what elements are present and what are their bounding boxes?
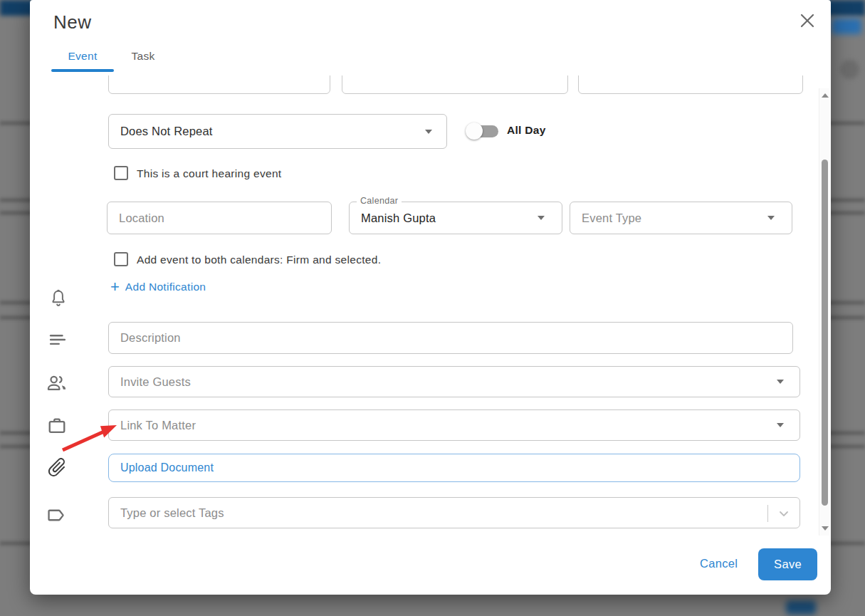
active-tab-indicator: [51, 69, 114, 72]
background-blur-element: [786, 600, 816, 615]
chevron-down-icon: [425, 130, 432, 134]
court-hearing-checkbox[interactable]: [114, 166, 128, 180]
dialog-scrollbar[interactable]: [819, 88, 829, 536]
chevron-down-icon: [777, 506, 791, 521]
scroll-up-arrow[interactable]: [822, 93, 829, 98]
close-icon: [800, 13, 815, 28]
event-type-select[interactable]: Event Type: [570, 202, 792, 234]
both-calendars-label: Add event to both calendars: Firm and se…: [137, 254, 381, 266]
chevron-down-icon: [777, 423, 784, 427]
save-button[interactable]: Save: [758, 548, 817, 580]
all-day-label: All Day: [507, 124, 546, 137]
tags-divider: [767, 505, 768, 522]
guests-people-icon: [46, 372, 68, 397]
dialog-scroll-content: Does Not Repeat All Day This is a court …: [30, 75, 819, 534]
upload-document-button[interactable]: Upload Document: [108, 454, 800, 482]
toggle-knob: [466, 122, 483, 140]
new-event-dialog: New Event Task Does Not Repeat All Day T…: [30, 0, 831, 595]
event-type-placeholder: Event Type: [582, 212, 641, 225]
add-notification-button[interactable]: + Add Notification: [110, 281, 206, 293]
background-blur-button: [832, 19, 861, 34]
clipped-field-1[interactable]: [108, 75, 330, 94]
upload-document-label: Upload Document: [120, 461, 214, 474]
cancel-button[interactable]: Cancel: [700, 557, 738, 570]
invite-guests-select[interactable]: Invite Guests: [108, 366, 800, 397]
add-notification-label: Add Notification: [125, 281, 206, 293]
invite-guests-placeholder: Invite Guests: [120, 375, 191, 389]
chevron-down-icon: [538, 216, 545, 220]
scroll-down-arrow[interactable]: [822, 526, 829, 531]
chevron-down-icon: [767, 216, 775, 220]
calendar-field-label: Calendar: [357, 196, 402, 206]
tags-input[interactable]: [120, 506, 788, 520]
dialog-title: New: [53, 11, 92, 33]
description-icon: [47, 330, 68, 353]
tab-task[interactable]: Task: [121, 50, 165, 63]
calendar-select-value: Manish Gupta: [361, 212, 436, 225]
location-field: [107, 202, 332, 234]
link-to-matter-select[interactable]: Link To Matter: [108, 409, 800, 441]
tab-event[interactable]: Event: [51, 50, 114, 63]
repeat-select-value: Does Not Repeat: [120, 125, 213, 138]
description-input[interactable]: [120, 331, 781, 345]
repeat-select[interactable]: Does Not Repeat: [108, 114, 447, 149]
chevron-down-icon: [777, 380, 784, 384]
clipped-field-3[interactable]: [578, 75, 803, 94]
calendar-select[interactable]: Calendar Manish Gupta: [349, 202, 562, 234]
scrollbar-thumb[interactable]: [822, 160, 828, 506]
matter-briefcase-icon: [47, 416, 67, 439]
close-button[interactable]: [796, 9, 819, 32]
plus-icon: +: [110, 281, 120, 293]
tags-expand-button[interactable]: [777, 506, 791, 523]
all-day-toggle[interactable]: [466, 122, 500, 140]
tags-label-icon: [46, 506, 67, 528]
court-hearing-label: This is a court hearing event: [137, 167, 281, 180]
attachment-paperclip-icon: [46, 456, 68, 481]
link-to-matter-placeholder: Link To Matter: [120, 419, 196, 432]
clipped-field-2[interactable]: [342, 75, 568, 94]
description-field: [108, 322, 793, 354]
both-calendars-checkbox[interactable]: [114, 252, 128, 266]
notification-bell-icon: [48, 288, 68, 313]
tags-field: [108, 497, 800, 528]
background-blur-avatar: [840, 60, 859, 79]
location-input[interactable]: [119, 212, 320, 225]
